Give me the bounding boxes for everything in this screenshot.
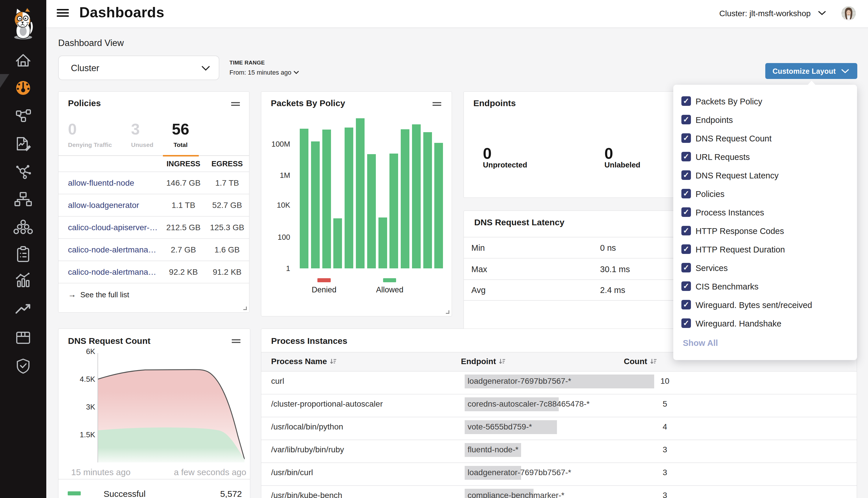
svg-text:a few seconds ago: a few seconds ago (174, 467, 246, 477)
svg-text:100: 100 (278, 233, 290, 241)
svg-text:6K: 6K (86, 347, 95, 356)
svg-text:Allowed: Allowed (376, 286, 404, 294)
svg-text:Denied: Denied (312, 286, 337, 294)
svg-text:1.5K: 1.5K (80, 430, 95, 439)
svg-text:15 minutes ago: 15 minutes ago (71, 467, 130, 477)
svg-text:3K: 3K (86, 403, 95, 411)
svg-text:Successful: Successful (104, 489, 145, 498)
svg-text:10K: 10K (277, 201, 290, 209)
svg-text:4.5K: 4.5K (80, 375, 95, 383)
svg-text:1M: 1M (280, 171, 290, 180)
svg-text:5,572: 5,572 (220, 489, 242, 498)
svg-text:1: 1 (286, 264, 290, 273)
svg-text:100M: 100M (271, 140, 290, 148)
